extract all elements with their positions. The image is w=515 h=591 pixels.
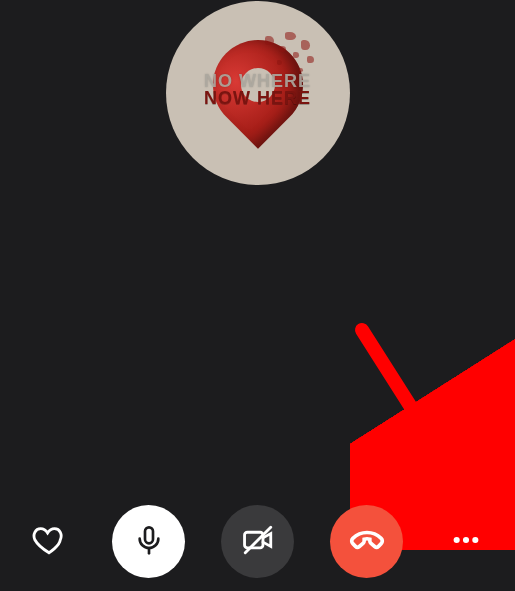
svg-point-8: [472, 536, 478, 542]
microphone-icon: [133, 524, 165, 559]
svg-point-7: [463, 536, 469, 542]
end-call-button[interactable]: [330, 505, 403, 578]
caller-avatar: NO WHERE NOW HERE: [166, 1, 350, 185]
svg-line-1: [362, 330, 470, 500]
heart-icon: [32, 523, 66, 560]
avatar-text: NO WHERE NOW HERE: [204, 73, 311, 105]
svg-rect-2: [145, 527, 153, 543]
hangup-icon: [347, 520, 387, 563]
call-controls-bar: [0, 501, 515, 581]
react-button[interactable]: [22, 514, 76, 568]
svg-point-6: [454, 536, 460, 542]
mute-button[interactable]: [112, 505, 185, 578]
video-off-icon: [241, 523, 275, 560]
avatar-text-line2: NOW HERE: [204, 89, 311, 105]
more-horizontal-icon: [450, 524, 482, 559]
more-options-button[interactable]: [439, 514, 493, 568]
toggle-video-button[interactable]: [221, 505, 294, 578]
